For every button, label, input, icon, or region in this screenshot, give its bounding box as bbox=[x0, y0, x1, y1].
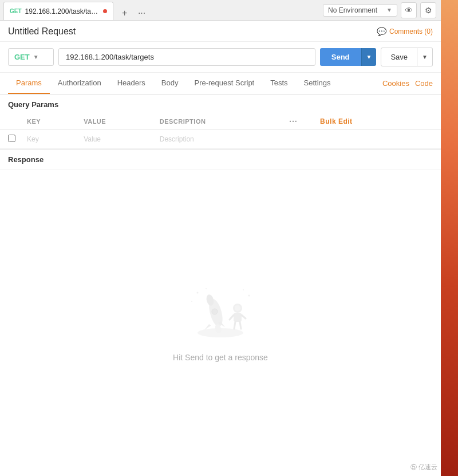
send-button[interactable]: Send bbox=[320, 48, 361, 66]
tab-tests[interactable]: Tests bbox=[262, 73, 295, 94]
more-dots-icon: ··· bbox=[289, 117, 298, 126]
row-description-cell: Description bbox=[154, 130, 283, 149]
bulk-edit-link[interactable]: Bulk Edit bbox=[312, 114, 361, 129]
cookies-link[interactable]: Cookies bbox=[382, 79, 409, 88]
save-button[interactable]: Save bbox=[381, 48, 417, 66]
row-more-cell bbox=[283, 130, 306, 149]
tab-unsaved-dot bbox=[103, 9, 107, 13]
row-value-placeholder: Value bbox=[84, 135, 101, 143]
params-table-header-row: KEY VALUE DESCRIPTION ··· Bulk Edit bbox=[0, 113, 441, 130]
env-section: No Environment ▼ 👁 ⚙ bbox=[318, 0, 441, 20]
params-table: KEY VALUE DESCRIPTION ··· Bulk Edit bbox=[0, 113, 441, 149]
tab-pre-request-script[interactable]: Pre-request Script bbox=[186, 73, 262, 94]
tab-section: GET 192.168.1.200/task/targets + ··· bbox=[0, 0, 318, 20]
code-link[interactable]: Code bbox=[415, 79, 433, 88]
tab-body[interactable]: Body bbox=[153, 73, 187, 94]
svg-point-13 bbox=[235, 305, 240, 311]
row-checkbox-cell bbox=[0, 130, 21, 149]
url-input[interactable] bbox=[58, 48, 315, 66]
svg-point-16 bbox=[191, 301, 192, 302]
environment-select[interactable]: No Environment ▼ bbox=[323, 4, 397, 17]
svg-point-5 bbox=[212, 309, 218, 314]
row-checkbox[interactable] bbox=[8, 135, 15, 142]
eye-button[interactable]: 👁 bbox=[401, 2, 417, 18]
main-container: GET 192.168.1.200/task/targets + ··· No … bbox=[0, 0, 441, 476]
svg-line-10 bbox=[242, 315, 246, 318]
query-params-header: Query Params bbox=[0, 95, 441, 113]
svg-rect-8 bbox=[234, 313, 242, 322]
tab-settings[interactable]: Settings bbox=[296, 73, 339, 94]
th-description: DESCRIPTION bbox=[154, 113, 283, 130]
row-description-placeholder: Description bbox=[160, 135, 194, 143]
tab-url-text: 192.168.1.200/task/targets bbox=[25, 7, 100, 15]
tab-headers[interactable]: Headers bbox=[109, 73, 153, 94]
request-tab[interactable]: GET 192.168.1.200/task/targets bbox=[3, 2, 113, 20]
tab-actions: + ··· bbox=[118, 6, 149, 20]
th-checkbox bbox=[0, 113, 21, 130]
watermark: ⑤ 亿速云 bbox=[410, 463, 437, 471]
svg-point-18 bbox=[243, 289, 244, 290]
params-table-row: Key Value Description bbox=[0, 130, 441, 149]
env-label: No Environment bbox=[328, 6, 377, 14]
env-chevron-icon: ▼ bbox=[386, 7, 392, 13]
svg-point-17 bbox=[248, 295, 250, 297]
response-hint: Hit Send to get a response bbox=[173, 353, 268, 362]
rocket-illustration bbox=[186, 284, 255, 341]
eye-icon: 👁 bbox=[405, 6, 413, 15]
bg-decoration bbox=[441, 0, 458, 476]
comments-link[interactable]: 💬 Comments (0) bbox=[377, 27, 433, 36]
rocket-svg bbox=[186, 284, 255, 341]
more-tabs-button[interactable]: ··· bbox=[135, 6, 149, 20]
new-tab-button[interactable]: + bbox=[118, 6, 132, 20]
comment-icon: 💬 bbox=[377, 27, 386, 36]
comments-label: Comments (0) bbox=[389, 27, 433, 36]
url-bar: GET ▼ Send ▼ Save ▼ bbox=[0, 42, 441, 73]
method-chevron-icon: ▼ bbox=[33, 54, 39, 60]
request-title: Untitled Request bbox=[8, 26, 76, 37]
row-key-cell: Key bbox=[21, 130, 78, 149]
response-body: Hit Send to get a response bbox=[0, 170, 441, 476]
tab-params[interactable]: Params bbox=[8, 73, 50, 94]
th-bulk-edit: Bulk Edit bbox=[306, 113, 441, 130]
tab-authorization[interactable]: Authorization bbox=[50, 73, 109, 94]
send-btn-group: Send ▼ bbox=[320, 48, 377, 66]
tabs-right-actions: Cookies Code bbox=[382, 79, 433, 88]
gear-icon: ⚙ bbox=[425, 6, 432, 15]
svg-line-9 bbox=[230, 315, 234, 320]
request-title-bar: Untitled Request 💬 Comments (0) bbox=[0, 21, 441, 42]
svg-line-12 bbox=[240, 322, 241, 329]
save-dropdown-button[interactable]: ▼ bbox=[417, 48, 433, 66]
settings-button[interactable]: ⚙ bbox=[420, 2, 436, 18]
svg-point-14 bbox=[197, 292, 199, 294]
row-key-placeholder: Key bbox=[27, 135, 39, 143]
method-select[interactable]: GET ▼ bbox=[8, 48, 54, 66]
save-btn-group: Save ▼ bbox=[381, 48, 433, 66]
th-more: ··· bbox=[283, 113, 306, 130]
row-extra-cell bbox=[306, 130, 441, 149]
send-dropdown-button[interactable]: ▼ bbox=[361, 48, 377, 66]
tabs-nav: Params Authorization Headers Body Pre-re… bbox=[0, 73, 441, 95]
th-key: KEY bbox=[21, 113, 78, 130]
row-value-cell: Value bbox=[78, 130, 154, 149]
th-value: VALUE bbox=[78, 113, 154, 130]
svg-line-11 bbox=[234, 322, 235, 329]
response-header: Response bbox=[0, 150, 441, 170]
query-params-section: Query Params KEY VALUE DESCRIPTION ··· bbox=[0, 95, 441, 149]
tab-method-badge: GET bbox=[10, 8, 22, 14]
svg-point-15 bbox=[206, 288, 207, 289]
response-section: Response bbox=[0, 149, 441, 476]
top-row: GET 192.168.1.200/task/targets + ··· No … bbox=[0, 0, 441, 21]
method-label: GET bbox=[14, 53, 30, 61]
